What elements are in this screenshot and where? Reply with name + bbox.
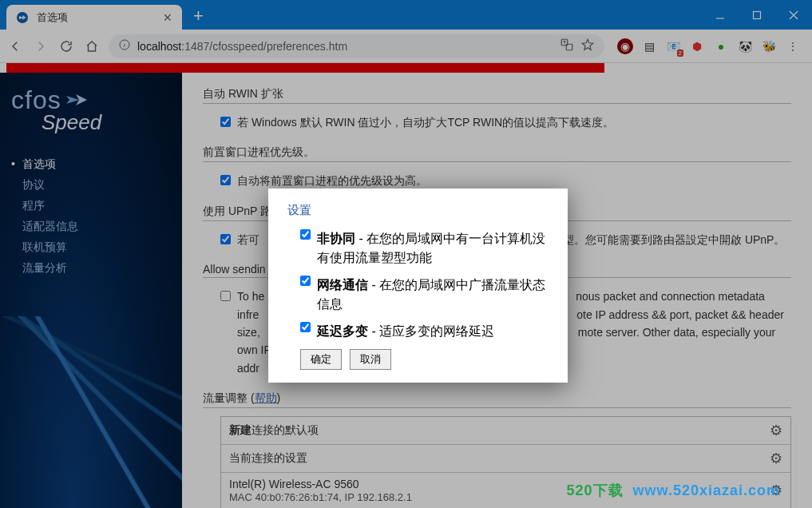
dialog-opt-nettalk[interactable]: 网络通信 - 在您的局域网中广播流量状态信息 <box>287 276 549 314</box>
dialog-ok-button[interactable]: 确定 <box>300 349 342 370</box>
dialog-checkbox-1[interactable] <box>300 229 311 240</box>
dialog-checkbox-2[interactable] <box>300 276 311 286</box>
settings-dialog: 设置 非协同 - 在您的局域网中有一台计算机没有使用流量塑型功能 网络通信 - … <box>268 189 568 383</box>
dialog-title: 设置 <box>287 203 549 218</box>
dialog-checkbox-3[interactable] <box>300 322 311 332</box>
dialog-opt-noncoop[interactable]: 非协同 - 在您的局域网中有一台计算机没有使用流量塑型功能 <box>287 229 549 268</box>
dialog-opt-latency[interactable]: 延迟多变 - 适应多变的网络延迟 <box>287 322 549 341</box>
dialog-cancel-button[interactable]: 取消 <box>350 349 391 370</box>
